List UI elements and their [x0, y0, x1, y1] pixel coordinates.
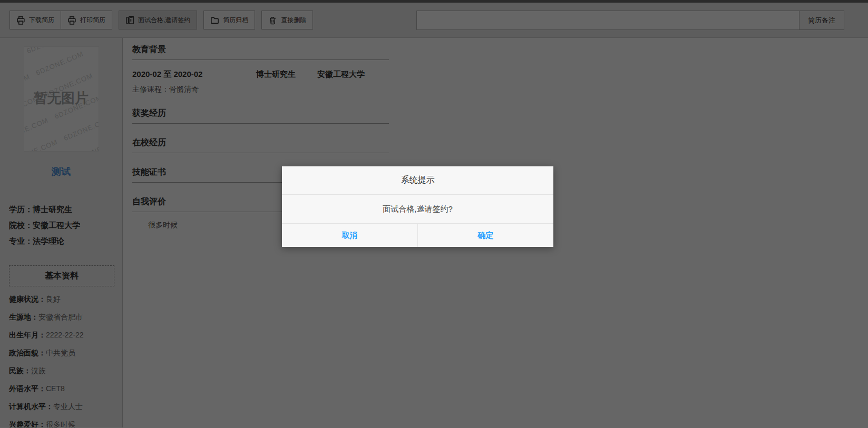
dialog-message: 面试合格,邀请签约?: [282, 195, 553, 224]
cancel-button[interactable]: 取消: [282, 224, 418, 247]
confirm-button[interactable]: 确定: [418, 224, 553, 247]
system-dialog: 系统提示 面试合格,邀请签约? 取消 确定: [282, 166, 553, 247]
dialog-title: 系统提示: [282, 166, 553, 195]
dialog-footer: 取消 确定: [282, 224, 553, 247]
